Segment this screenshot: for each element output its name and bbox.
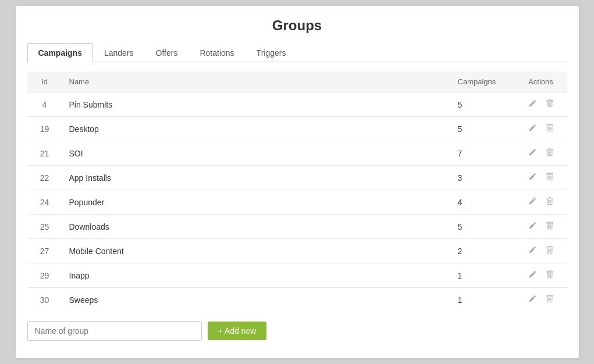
trash-icon [546, 148, 554, 156]
cell-id: 27 [27, 239, 62, 263]
cell-actions [515, 263, 567, 288]
cell-id: 22 [27, 166, 62, 190]
table-row: 21 SOI 7 [27, 141, 567, 166]
table-row: 19 Desktop 5 [27, 117, 567, 141]
delete-button[interactable] [543, 123, 556, 135]
delete-button[interactable] [543, 172, 556, 184]
cell-name: Inapp [62, 263, 451, 288]
tab-landers[interactable]: Landers [93, 43, 145, 62]
edit-icon [528, 148, 536, 156]
edit-button[interactable] [526, 196, 539, 208]
cell-actions [515, 166, 567, 190]
edit-button[interactable] [526, 98, 539, 110]
group-name-input[interactable] [27, 321, 202, 341]
col-header-actions: Actions [515, 72, 567, 92]
col-header-id: Id [27, 72, 62, 92]
trash-icon [546, 173, 554, 181]
delete-button[interactable] [543, 147, 556, 159]
cell-name: App Installs [62, 166, 451, 190]
col-header-campaigns: Campaigns [451, 72, 515, 92]
edit-icon [528, 270, 536, 279]
add-new-button[interactable]: + Add new [208, 322, 267, 340]
main-card: Groups Campaigns Landers Offers Rotation… [15, 5, 579, 359]
edit-icon [528, 173, 536, 181]
cell-name: Pin Submits [62, 92, 451, 117]
edit-button[interactable] [526, 172, 539, 184]
delete-button[interactable] [543, 245, 556, 257]
cell-id: 29 [27, 263, 62, 288]
trash-icon [546, 99, 554, 108]
cell-actions [515, 190, 567, 215]
table-row: 30 Sweeps 1 [27, 288, 567, 312]
cell-id: 21 [27, 141, 62, 166]
page-title: Groups [27, 17, 567, 34]
edit-icon [528, 99, 536, 108]
cell-name: SOI [62, 141, 451, 166]
edit-icon [528, 295, 536, 303]
delete-button[interactable] [543, 98, 556, 110]
bottom-bar: + Add new [27, 321, 567, 341]
cell-actions [515, 215, 567, 239]
cell-id: 25 [27, 215, 62, 239]
col-header-name: Name [62, 72, 451, 92]
table-header-row: Id Name Campaigns Actions [27, 72, 567, 92]
delete-button[interactable] [543, 220, 556, 233]
trash-icon [546, 295, 554, 303]
edit-button[interactable] [526, 269, 539, 281]
table-row: 25 Downloads 5 [27, 215, 567, 239]
cell-id: 24 [27, 190, 62, 215]
cell-campaigns: 4 [451, 190, 515, 215]
groups-table: Id Name Campaigns Actions 4 Pin Submits … [27, 72, 567, 312]
cell-actions [515, 288, 567, 312]
edit-icon [528, 222, 536, 230]
tab-rotations[interactable]: Rotations [188, 43, 245, 62]
cell-campaigns: 5 [451, 92, 515, 117]
cell-campaigns: 5 [451, 117, 515, 141]
cell-campaigns: 5 [451, 215, 515, 239]
trash-icon [546, 246, 554, 254]
cell-actions [515, 92, 567, 117]
delete-button[interactable] [543, 196, 556, 208]
edit-icon [528, 246, 536, 254]
cell-name: Downloads [62, 215, 451, 239]
cell-id: 4 [27, 92, 62, 117]
cell-campaigns: 1 [451, 263, 515, 288]
cell-campaigns: 3 [451, 166, 515, 190]
cell-campaigns: 7 [451, 141, 515, 166]
trash-icon [546, 270, 554, 279]
trash-icon [546, 124, 554, 132]
tab-offers[interactable]: Offers [145, 43, 189, 62]
cell-campaigns: 1 [451, 288, 515, 312]
tab-bar: Campaigns Landers Offers Rotations Trigg… [27, 43, 567, 62]
tab-triggers[interactable]: Triggers [246, 43, 297, 62]
delete-button[interactable] [543, 294, 556, 306]
cell-campaigns: 2 [451, 239, 515, 263]
edit-button[interactable] [526, 245, 539, 257]
table-row: 29 Inapp 1 [27, 263, 567, 288]
table-row: 22 App Installs 3 [27, 166, 567, 190]
trash-icon [546, 197, 554, 205]
edit-button[interactable] [526, 294, 539, 306]
edit-icon [528, 124, 536, 132]
cell-id: 19 [27, 117, 62, 141]
edit-button[interactable] [526, 220, 539, 233]
cell-name: Desktop [62, 117, 451, 141]
table-row: 24 Popunder 4 [27, 190, 567, 215]
trash-icon [546, 222, 554, 230]
cell-name: Popunder [62, 190, 451, 215]
tab-campaigns[interactable]: Campaigns [27, 43, 93, 62]
edit-button[interactable] [526, 123, 539, 135]
cell-actions [515, 141, 567, 166]
edit-icon [528, 197, 536, 205]
table-row: 4 Pin Submits 5 [27, 92, 567, 117]
cell-actions [515, 117, 567, 141]
edit-button[interactable] [526, 147, 539, 159]
cell-id: 30 [27, 288, 62, 312]
table-row: 27 Mobile Content 2 [27, 239, 567, 263]
cell-actions [515, 239, 567, 263]
delete-button[interactable] [543, 269, 556, 281]
cell-name: Mobile Content [62, 239, 451, 263]
cell-name: Sweeps [62, 288, 451, 312]
